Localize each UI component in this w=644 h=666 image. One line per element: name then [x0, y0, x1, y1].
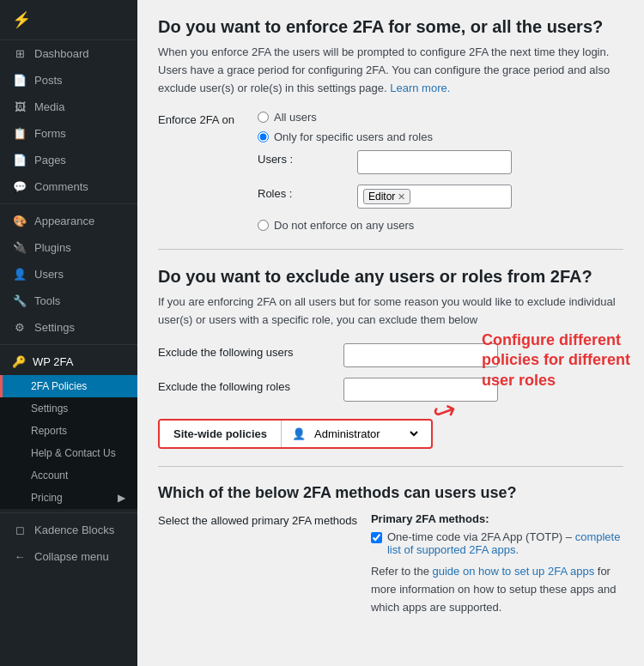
sidebar-item-media[interactable]: 🖼 Media — [0, 94, 137, 120]
sidebar-label-posts: Posts — [34, 74, 63, 87]
submenu-settings-label: Settings — [31, 403, 68, 415]
sidebar-label-tools: Tools — [34, 294, 60, 307]
role-select[interactable]: Administrator Editor Author Contributor … — [311, 427, 421, 441]
users-icon: 👤 — [12, 268, 27, 281]
sidebar-item-comments[interactable]: 💬 Comments — [0, 173, 137, 200]
radio-specific-users[interactable]: Only for specific users and roles — [258, 130, 433, 143]
submenu-settings[interactable]: Settings — [0, 397, 137, 420]
sidebar-collapse[interactable]: ← Collapse menu — [0, 543, 137, 570]
methods-section-title: Which of the below 2FA methods can users… — [158, 484, 623, 502]
submenu-account-label: Account — [31, 469, 68, 481]
sidebar-logo: ⚡ — [0, 0, 137, 40]
enforce-section-desc: When you enforce 2FA the users will be p… — [158, 44, 623, 97]
sidebar-item-tools[interactable]: 🔧 Tools — [0, 288, 137, 314]
media-icon: 🖼 — [12, 100, 27, 113]
sidebar-label-pages: Pages — [34, 154, 66, 166]
sidebar-item-kadence[interactable]: ◻ Kadence Blocks — [0, 517, 137, 543]
learn-more-link[interactable]: Learn more. — [390, 82, 450, 94]
radio-all-users[interactable]: All users — [258, 111, 433, 124]
sidebar-item-wp2fa[interactable]: 🔑 WP 2FA — [0, 348, 137, 375]
radio-none[interactable]: Do not enforce on any users — [258, 219, 414, 232]
sidebar-item-settings[interactable]: ⚙ Settings — [0, 314, 137, 341]
exclude-section-title: Do you want to exclude any users or role… — [158, 267, 623, 287]
pages-icon: 📄 — [12, 154, 27, 166]
totp-option: One-time code via 2FA App (TOTP) – compl… — [371, 530, 623, 556]
exclude-roles-row: Exclude the following roles Configure di… — [158, 378, 623, 402]
wp2fa-submenu: 2FA Policies Settings Reports Help & Con… — [0, 375, 137, 509]
appearance-icon: 🎨 — [12, 215, 27, 227]
sidebar-item-users[interactable]: 👤 Users — [0, 261, 137, 288]
sidebar-item-appearance[interactable]: 🎨 Appearance — [0, 208, 137, 234]
sidebar-label-collapse: Collapse menu — [34, 550, 109, 563]
enforce-on-label: Enforce 2FA on — [158, 111, 244, 126]
enforce-on-controls: All users Only for specific users and ro… — [258, 111, 433, 143]
sidebar-label-comments: Comments — [34, 180, 88, 193]
posts-icon: 📄 — [12, 74, 27, 87]
sidebar-item-forms[interactable]: 📋 Forms — [0, 120, 137, 147]
sidebar-label-dashboard: Dashboard — [34, 47, 89, 60]
methods-select-label: Select the allowed primary 2FA methods — [158, 512, 357, 530]
submenu-2fa-policies[interactable]: 2FA Policies — [0, 375, 137, 397]
policy-bar-container: Site-wide policies 👤 Administrator Edito… — [158, 419, 623, 449]
no-enforce-row: Do not enforce on any users — [258, 219, 623, 232]
settings-icon: ⚙ — [12, 321, 27, 334]
sidebar-label-plugins: Plugins — [34, 241, 71, 254]
pricing-arrow-icon: ▶ — [118, 492, 125, 504]
users-row: Users : — [258, 150, 623, 174]
section-divider-2 — [158, 466, 623, 467]
submenu-account[interactable]: Account — [0, 464, 137, 487]
exclude-users-label: Exclude the following users — [158, 343, 330, 359]
radio-specific-label: Only for specific users and roles — [274, 130, 433, 143]
sidebar-label-wp2fa: WP 2FA — [33, 355, 73, 368]
radio-all-label: All users — [274, 111, 317, 124]
collapse-icon: ← — [12, 550, 27, 563]
sidebar-label-kadence: Kadence Blocks — [34, 524, 114, 536]
section-divider-1 — [158, 249, 623, 250]
enforce-desc-text: When you enforce 2FA the users will be p… — [158, 45, 610, 94]
editor-tag: Editor ✕ — [363, 189, 410, 204]
methods-note: Refer to the guide on how to set up 2FA … — [371, 563, 623, 616]
sidebar-item-posts[interactable]: 📄 Posts — [0, 67, 137, 94]
submenu-pricing[interactable]: Pricing ▶ — [0, 487, 137, 509]
submenu-help-contact[interactable]: Help & Contact Us — [0, 442, 137, 464]
site-wide-tab[interactable]: Site-wide policies — [160, 421, 282, 447]
kadence-icon: ◻ — [12, 524, 27, 536]
remove-editor-tag[interactable]: ✕ — [398, 191, 405, 203]
roles-label: Roles : — [258, 185, 343, 200]
roles-row: Roles : Editor ✕ — [258, 185, 623, 209]
totp-checkbox[interactable] — [371, 532, 382, 543]
radio-all-input[interactable] — [258, 112, 269, 123]
sidebar-label-media: Media — [34, 100, 64, 113]
policy-bar: Site-wide policies 👤 Administrator Edito… — [158, 419, 433, 449]
callout-message: Configure different policies for differe… — [482, 331, 630, 389]
exclude-roles-input[interactable] — [343, 378, 498, 402]
forms-icon: 📋 — [12, 127, 27, 140]
totp-label-text: One-time code via 2FA App (TOTP) – — [387, 530, 572, 543]
radio-none-input[interactable] — [258, 220, 269, 231]
role-dropdown-icon: 👤 — [292, 427, 306, 440]
roles-tag-input[interactable]: Editor ✕ — [357, 185, 512, 209]
radio-specific-input[interactable] — [258, 131, 269, 142]
editor-tag-label: Editor — [368, 191, 395, 203]
sidebar: ⚡ ⊞ Dashboard 📄 Posts 🖼 Media 📋 Forms 📄 … — [0, 0, 137, 666]
sidebar-item-dashboard[interactable]: ⊞ Dashboard — [0, 40, 137, 67]
sidebar-item-pages[interactable]: 📄 Pages — [0, 147, 137, 173]
enforce-on-row: Enforce 2FA on All users Only for specif… — [158, 111, 623, 143]
role-dropdown[interactable]: 👤 Administrator Editor Author Contributo… — [282, 421, 431, 446]
submenu-pricing-label: Pricing — [31, 492, 63, 504]
users-input[interactable] — [357, 150, 512, 174]
submenu-reports[interactable]: Reports — [0, 420, 137, 442]
sidebar-item-plugins[interactable]: 🔌 Plugins — [0, 234, 137, 261]
wp2fa-icon: 🔑 — [12, 355, 26, 368]
primary-methods-title: Primary 2FA methods: — [371, 512, 623, 525]
main-content: Do you want to enforce 2FA for some, or … — [137, 0, 644, 666]
sidebar-label-settings: Settings — [34, 321, 75, 334]
callout-text: Configure different policies for differe… — [482, 330, 632, 391]
exclude-section-desc: If you are enforcing 2FA on all users bu… — [158, 294, 623, 330]
setup-guide-link[interactable]: guide on how to set up 2FA apps — [433, 565, 595, 578]
sidebar-label-forms: Forms — [34, 127, 66, 140]
exclude-users-input[interactable] — [343, 343, 498, 367]
submenu-help-label: Help & Contact Us — [31, 447, 116, 459]
enforce-section-title: Do you want to enforce 2FA for some, or … — [158, 17, 623, 37]
tools-icon: 🔧 — [12, 294, 27, 307]
